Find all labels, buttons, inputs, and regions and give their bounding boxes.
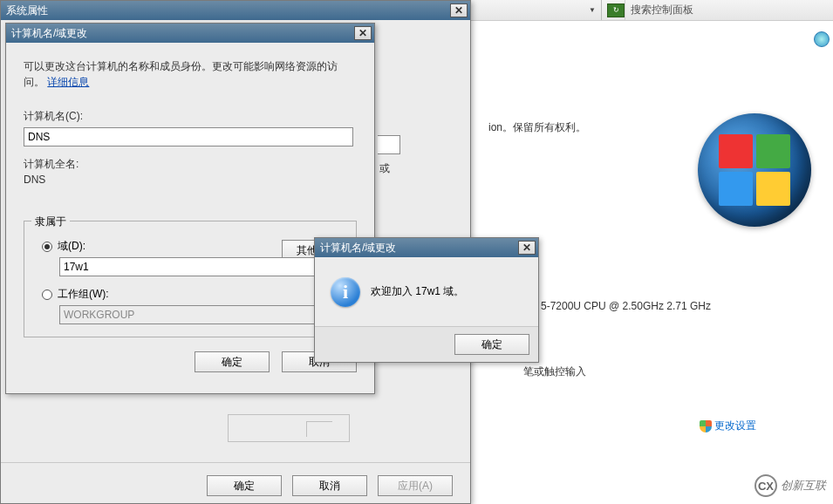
ok-button[interactable]: 确定: [195, 351, 270, 372]
shield-icon: [700, 420, 712, 432]
domain-radio[interactable]: [42, 242, 52, 252]
close-icon[interactable]: ✕: [518, 241, 536, 255]
domain-label: 域(D):: [58, 239, 85, 254]
info-icon: i: [331, 277, 360, 307]
help-icon[interactable]: [814, 31, 830, 47]
refresh-button[interactable]: ↻: [607, 3, 625, 17]
close-icon[interactable]: ✕: [450, 3, 468, 17]
watermark-text: 创新互联: [781, 478, 826, 494]
system-properties-titlebar[interactable]: 系统属性 ✕: [1, 1, 470, 20]
windows-logo: [698, 113, 811, 227]
description-text: 可以更改这台计算机的名称和成员身份。更改可能影响网络资源的访问。 详细信息: [24, 58, 357, 90]
message-box-title: 计算机名/域更改: [320, 241, 396, 255]
address-bar: ▼ ↻ 搜索控制面板: [471, 0, 833, 21]
panel-fragment-2: [306, 421, 332, 437]
apply-button: 应用(A): [378, 475, 453, 496]
more-info-link[interactable]: 详细信息: [47, 76, 89, 88]
dropdown-icon[interactable]: ▼: [589, 6, 596, 14]
close-icon[interactable]: ✕: [354, 26, 372, 40]
cancel-button[interactable]: 取消: [292, 475, 367, 496]
computer-name-label: 计算机名(C):: [24, 109, 357, 124]
search-input[interactable]: 搜索控制面板: [625, 0, 833, 20]
change-settings-label: 更改设置: [714, 419, 756, 433]
hidden-input-fragment: [378, 135, 400, 154]
hidden-label-fragment: 或: [379, 161, 390, 176]
touch-info: 笔或触控输入: [523, 364, 586, 379]
computer-name-input[interactable]: [24, 127, 353, 146]
watermark: CX 创新互联: [754, 474, 826, 497]
change-settings-link[interactable]: 更改设置: [700, 419, 756, 433]
ok-button[interactable]: 确定: [454, 334, 529, 355]
name-change-title: 计算机名/域更改: [11, 26, 87, 41]
copyright-text: ion。保留所有权利。: [488, 120, 586, 135]
ok-button[interactable]: 确定: [207, 475, 282, 496]
message-text: 欢迎加入 17w1 域。: [371, 284, 464, 299]
name-change-titlebar[interactable]: 计算机名/域更改 ✕: [6, 24, 374, 43]
full-name-value: DNS: [24, 174, 357, 186]
domain-input[interactable]: [59, 257, 347, 276]
welcome-message-box: 计算机名/域更改 ✕ i 欢迎加入 17w1 域。 确定: [314, 237, 539, 363]
nav-history: ▼: [471, 0, 602, 20]
full-name-label: 计算机全名:: [24, 157, 357, 172]
workgroup-input: [59, 305, 347, 324]
workgroup-radio[interactable]: [42, 289, 52, 300]
system-properties-title: 系统属性: [6, 3, 48, 18]
workgroup-label: 工作组(W):: [58, 287, 109, 302]
watermark-logo: CX: [754, 474, 777, 497]
cpu-info: 5-7200U CPU @ 2.50GHz 2.71 GHz: [541, 300, 711, 312]
member-of-legend: 隶属于: [31, 215, 70, 229]
message-box-titlebar[interactable]: 计算机名/域更改 ✕: [315, 238, 538, 257]
